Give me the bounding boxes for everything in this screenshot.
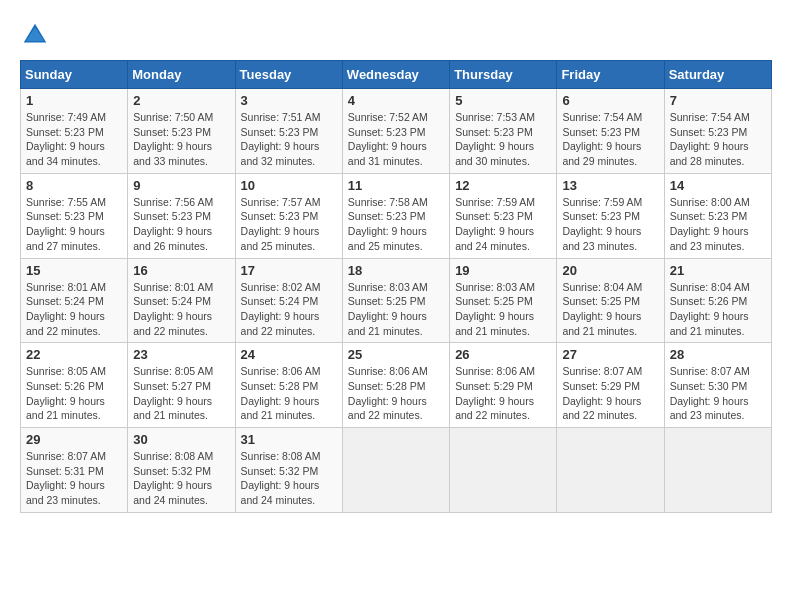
day-number: 6 — [562, 93, 658, 108]
calendar-cell: 3 Sunrise: 7:51 AMSunset: 5:23 PMDayligh… — [235, 89, 342, 174]
day-number: 19 — [455, 263, 551, 278]
day-number: 16 — [133, 263, 229, 278]
day-info: Sunrise: 8:08 AMSunset: 5:32 PMDaylight:… — [241, 450, 321, 506]
weekday-header-sunday: Sunday — [21, 61, 128, 89]
day-info: Sunrise: 8:03 AMSunset: 5:25 PMDaylight:… — [348, 281, 428, 337]
day-info: Sunrise: 8:04 AMSunset: 5:25 PMDaylight:… — [562, 281, 642, 337]
weekday-header-monday: Monday — [128, 61, 235, 89]
day-number: 14 — [670, 178, 766, 193]
day-info: Sunrise: 8:04 AMSunset: 5:26 PMDaylight:… — [670, 281, 750, 337]
calendar-cell: 13 Sunrise: 7:59 AMSunset: 5:23 PMDaylig… — [557, 173, 664, 258]
day-number: 26 — [455, 347, 551, 362]
day-number: 10 — [241, 178, 337, 193]
weekday-header-wednesday: Wednesday — [342, 61, 449, 89]
day-info: Sunrise: 7:50 AMSunset: 5:23 PMDaylight:… — [133, 111, 213, 167]
day-info: Sunrise: 8:02 AMSunset: 5:24 PMDaylight:… — [241, 281, 321, 337]
day-info: Sunrise: 8:07 AMSunset: 5:29 PMDaylight:… — [562, 365, 642, 421]
logo — [20, 20, 54, 50]
weekday-header-thursday: Thursday — [450, 61, 557, 89]
day-info: Sunrise: 8:06 AMSunset: 5:28 PMDaylight:… — [241, 365, 321, 421]
day-number: 9 — [133, 178, 229, 193]
day-info: Sunrise: 8:05 AMSunset: 5:26 PMDaylight:… — [26, 365, 106, 421]
calendar-cell: 8 Sunrise: 7:55 AMSunset: 5:23 PMDayligh… — [21, 173, 128, 258]
calendar-cell: 11 Sunrise: 7:58 AMSunset: 5:23 PMDaylig… — [342, 173, 449, 258]
day-info: Sunrise: 8:00 AMSunset: 5:23 PMDaylight:… — [670, 196, 750, 252]
calendar-cell: 19 Sunrise: 8:03 AMSunset: 5:25 PMDaylig… — [450, 258, 557, 343]
calendar-cell: 7 Sunrise: 7:54 AMSunset: 5:23 PMDayligh… — [664, 89, 771, 174]
calendar-cell: 28 Sunrise: 8:07 AMSunset: 5:30 PMDaylig… — [664, 343, 771, 428]
day-number: 20 — [562, 263, 658, 278]
day-info: Sunrise: 7:51 AMSunset: 5:23 PMDaylight:… — [241, 111, 321, 167]
day-info: Sunrise: 7:59 AMSunset: 5:23 PMDaylight:… — [562, 196, 642, 252]
calendar-cell: 12 Sunrise: 7:59 AMSunset: 5:23 PMDaylig… — [450, 173, 557, 258]
day-number: 27 — [562, 347, 658, 362]
calendar-cell: 24 Sunrise: 8:06 AMSunset: 5:28 PMDaylig… — [235, 343, 342, 428]
day-info: Sunrise: 8:05 AMSunset: 5:27 PMDaylight:… — [133, 365, 213, 421]
day-info: Sunrise: 7:57 AMSunset: 5:23 PMDaylight:… — [241, 196, 321, 252]
calendar-cell: 14 Sunrise: 8:00 AMSunset: 5:23 PMDaylig… — [664, 173, 771, 258]
calendar-cell: 15 Sunrise: 8:01 AMSunset: 5:24 PMDaylig… — [21, 258, 128, 343]
day-number: 1 — [26, 93, 122, 108]
calendar-week-2: 8 Sunrise: 7:55 AMSunset: 5:23 PMDayligh… — [21, 173, 772, 258]
calendar-cell — [342, 428, 449, 513]
calendar-cell: 26 Sunrise: 8:06 AMSunset: 5:29 PMDaylig… — [450, 343, 557, 428]
calendar-cell: 20 Sunrise: 8:04 AMSunset: 5:25 PMDaylig… — [557, 258, 664, 343]
calendar-cell: 4 Sunrise: 7:52 AMSunset: 5:23 PMDayligh… — [342, 89, 449, 174]
day-number: 18 — [348, 263, 444, 278]
day-number: 4 — [348, 93, 444, 108]
calendar-cell: 6 Sunrise: 7:54 AMSunset: 5:23 PMDayligh… — [557, 89, 664, 174]
calendar-cell: 27 Sunrise: 8:07 AMSunset: 5:29 PMDaylig… — [557, 343, 664, 428]
day-number: 12 — [455, 178, 551, 193]
calendar-week-1: 1 Sunrise: 7:49 AMSunset: 5:23 PMDayligh… — [21, 89, 772, 174]
weekday-header-friday: Friday — [557, 61, 664, 89]
calendar-cell: 31 Sunrise: 8:08 AMSunset: 5:32 PMDaylig… — [235, 428, 342, 513]
calendar-cell — [664, 428, 771, 513]
day-info: Sunrise: 7:56 AMSunset: 5:23 PMDaylight:… — [133, 196, 213, 252]
day-info: Sunrise: 7:49 AMSunset: 5:23 PMDaylight:… — [26, 111, 106, 167]
day-info: Sunrise: 8:07 AMSunset: 5:31 PMDaylight:… — [26, 450, 106, 506]
day-number: 28 — [670, 347, 766, 362]
day-info: Sunrise: 7:58 AMSunset: 5:23 PMDaylight:… — [348, 196, 428, 252]
day-number: 8 — [26, 178, 122, 193]
day-number: 21 — [670, 263, 766, 278]
day-info: Sunrise: 7:59 AMSunset: 5:23 PMDaylight:… — [455, 196, 535, 252]
calendar-cell — [450, 428, 557, 513]
day-info: Sunrise: 7:54 AMSunset: 5:23 PMDaylight:… — [562, 111, 642, 167]
calendar-cell: 16 Sunrise: 8:01 AMSunset: 5:24 PMDaylig… — [128, 258, 235, 343]
day-number: 29 — [26, 432, 122, 447]
day-number: 24 — [241, 347, 337, 362]
day-number: 7 — [670, 93, 766, 108]
calendar-week-3: 15 Sunrise: 8:01 AMSunset: 5:24 PMDaylig… — [21, 258, 772, 343]
day-number: 23 — [133, 347, 229, 362]
weekday-header-saturday: Saturday — [664, 61, 771, 89]
calendar-cell: 17 Sunrise: 8:02 AMSunset: 5:24 PMDaylig… — [235, 258, 342, 343]
day-number: 13 — [562, 178, 658, 193]
day-info: Sunrise: 7:52 AMSunset: 5:23 PMDaylight:… — [348, 111, 428, 167]
day-number: 11 — [348, 178, 444, 193]
calendar-cell: 18 Sunrise: 8:03 AMSunset: 5:25 PMDaylig… — [342, 258, 449, 343]
day-info: Sunrise: 8:07 AMSunset: 5:30 PMDaylight:… — [670, 365, 750, 421]
weekday-header-tuesday: Tuesday — [235, 61, 342, 89]
calendar-cell: 23 Sunrise: 8:05 AMSunset: 5:27 PMDaylig… — [128, 343, 235, 428]
calendar-cell: 22 Sunrise: 8:05 AMSunset: 5:26 PMDaylig… — [21, 343, 128, 428]
day-number: 31 — [241, 432, 337, 447]
calendar-week-4: 22 Sunrise: 8:05 AMSunset: 5:26 PMDaylig… — [21, 343, 772, 428]
day-number: 17 — [241, 263, 337, 278]
day-info: Sunrise: 8:01 AMSunset: 5:24 PMDaylight:… — [26, 281, 106, 337]
day-number: 5 — [455, 93, 551, 108]
day-number: 25 — [348, 347, 444, 362]
day-number: 3 — [241, 93, 337, 108]
day-number: 30 — [133, 432, 229, 447]
day-info: Sunrise: 8:06 AMSunset: 5:28 PMDaylight:… — [348, 365, 428, 421]
logo-icon — [20, 20, 50, 50]
calendar: SundayMondayTuesdayWednesdayThursdayFrid… — [20, 60, 772, 513]
day-info: Sunrise: 8:08 AMSunset: 5:32 PMDaylight:… — [133, 450, 213, 506]
weekday-header-row: SundayMondayTuesdayWednesdayThursdayFrid… — [21, 61, 772, 89]
calendar-cell: 2 Sunrise: 7:50 AMSunset: 5:23 PMDayligh… — [128, 89, 235, 174]
day-number: 22 — [26, 347, 122, 362]
day-info: Sunrise: 7:54 AMSunset: 5:23 PMDaylight:… — [670, 111, 750, 167]
day-info: Sunrise: 8:06 AMSunset: 5:29 PMDaylight:… — [455, 365, 535, 421]
calendar-cell: 1 Sunrise: 7:49 AMSunset: 5:23 PMDayligh… — [21, 89, 128, 174]
calendar-cell: 9 Sunrise: 7:56 AMSunset: 5:23 PMDayligh… — [128, 173, 235, 258]
calendar-cell: 10 Sunrise: 7:57 AMSunset: 5:23 PMDaylig… — [235, 173, 342, 258]
